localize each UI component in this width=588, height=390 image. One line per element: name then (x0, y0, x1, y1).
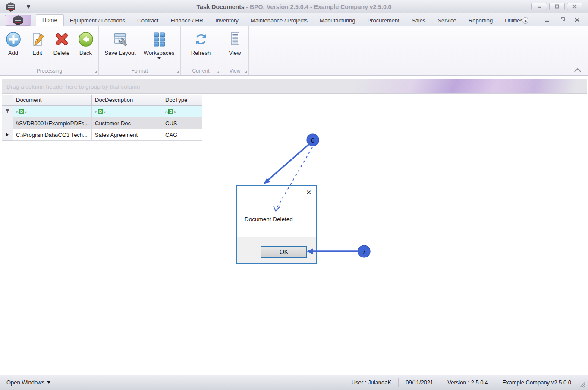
tab-inventory[interactable]: Inventory (209, 15, 244, 26)
status-date: 09/11/2021 (399, 379, 440, 386)
inner-close-icon[interactable] (575, 17, 580, 22)
group-current: Refresh Current (181, 26, 221, 75)
group-format: Save Layout Workspaces Format (99, 26, 181, 75)
tab-scroll-right-icon[interactable] (522, 17, 528, 24)
row-indicator-cell (2, 129, 13, 141)
column-header-document[interactable]: Document (13, 95, 92, 106)
dialog-message: Document Deleted (245, 216, 293, 222)
document-deleted-dialog: ✕ Document Deleted OK (236, 185, 317, 264)
tab-contract[interactable]: Contract (131, 15, 164, 26)
cell-docdescription: Sales Agreement (92, 129, 162, 141)
edit-icon (29, 31, 46, 48)
ribbon-tab-row: Home Equipment / Locations Contract Fina… (0, 13, 588, 26)
close-icon[interactable]: ✕ (306, 189, 311, 197)
delete-button-label: Delete (53, 50, 70, 56)
column-header-docdescription[interactable]: DocDescription (92, 95, 162, 106)
resize-grip-icon[interactable] (579, 381, 586, 388)
tab-service[interactable]: Service (431, 15, 462, 26)
add-button-label: Add (8, 50, 18, 56)
save-layout-button-label: Save Layout (104, 50, 135, 56)
tab-utilities[interactable]: Utilities (499, 15, 523, 26)
open-windows-dropdown[interactable]: Open Windows (6, 379, 50, 386)
tab-home[interactable]: Home (36, 14, 64, 26)
delete-icon (53, 31, 70, 48)
minimize-button[interactable] (531, 3, 547, 10)
tab-finance-hr[interactable]: Finance / HR (164, 15, 209, 26)
edit-button-label: Edit (32, 50, 42, 56)
grid-row-2[interactable]: C:\ProgramData\CO3 Tech... Sales Agreeme… (2, 129, 202, 141)
ribbon: Add Edit Delete (0, 26, 588, 76)
dialog-launcher-icon[interactable] (176, 71, 179, 73)
dropdown-arrow-icon (157, 57, 161, 59)
workspaces-icon (151, 31, 168, 48)
status-version: Version : 2.5.0.4 (440, 379, 495, 386)
grid-header-row: Document DocDescription DocType (2, 95, 202, 106)
group-current-label: Current (181, 67, 221, 74)
back-icon (77, 31, 94, 48)
dialog-launcher-icon[interactable] (217, 71, 219, 73)
group-format-label: Format (99, 67, 180, 74)
refresh-button-label: Refresh (191, 50, 211, 56)
status-bar: Open Windows User : JulandaK 09/11/2021 … (0, 375, 588, 390)
abc-filter-icon: ABc (95, 109, 106, 114)
ok-button[interactable]: OK (261, 246, 307, 258)
status-company: Example Company v2.5.0.0 (495, 379, 578, 386)
maximize-button[interactable] (549, 3, 565, 10)
filter-cell-document[interactable]: ABc (13, 106, 92, 117)
filter-pin-icon[interactable] (2, 106, 13, 117)
tab-reporting[interactable]: Reporting (462, 15, 499, 26)
column-header-doctype[interactable]: DocType (162, 95, 202, 106)
row-indicator-cell (2, 117, 13, 129)
back-button-label: Back (79, 50, 92, 56)
group-view: View View (221, 26, 249, 75)
window-title-secondary: - BPO: Version 2.5.0.4 - Example Company… (246, 3, 391, 10)
grid-row-1[interactable]: \\SVDB0001\ExamplePDFs... Customer Doc C… (2, 117, 202, 129)
grid-filter-row: ABc ABc ABc (2, 106, 202, 117)
view-icon (226, 31, 244, 48)
cell-doctype: CUS (162, 117, 202, 129)
tab-maintenance-projects[interactable]: Maintenance / Projects (245, 15, 314, 26)
abc-filter-icon: ABc (16, 109, 27, 114)
header-indicator-cell (2, 95, 13, 106)
open-windows-caret-icon (47, 381, 50, 384)
inner-restore-icon[interactable] (560, 17, 565, 22)
minimize-icon (537, 4, 542, 9)
add-icon (5, 31, 22, 48)
refresh-icon (192, 31, 210, 48)
view-button-label: View (229, 50, 241, 56)
group-by-panel[interactable]: Drag a column header here to group by th… (2, 79, 587, 94)
save-layout-icon (112, 31, 129, 48)
dialog-launcher-icon[interactable] (94, 71, 97, 73)
app-logo-icon (13, 15, 23, 25)
group-processing: Add Edit Delete (0, 26, 99, 75)
workspaces-button-label: Workspaces (144, 50, 174, 56)
dialog-launcher-icon[interactable] (244, 71, 247, 73)
close-icon (572, 4, 577, 9)
group-processing-label: Processing (0, 67, 98, 74)
filter-cell-doctype[interactable]: ABc (162, 106, 202, 117)
tab-equipment-locations[interactable]: Equipment / Locations (64, 15, 132, 26)
cell-document: \\SVDB0001\ExamplePDFs... (13, 117, 92, 129)
title-bar: Task Documents - BPO: Version 2.5.0.4 - … (0, 0, 588, 13)
main-content: Drag a column header here to group by th… (0, 76, 588, 376)
tab-sales[interactable]: Sales (406, 15, 432, 26)
close-button[interactable] (567, 3, 582, 10)
tab-procurement[interactable]: Procurement (361, 15, 405, 26)
application-button[interactable] (5, 15, 31, 26)
filter-cell-docdescription[interactable]: ABc (92, 106, 162, 117)
abc-filter-icon: ABc (165, 109, 176, 114)
current-row-arrow-icon (6, 133, 9, 136)
inner-minimize-icon[interactable] (545, 17, 550, 22)
window-title-primary: Task Documents (197, 3, 245, 10)
window-title: Task Documents - BPO: Version 2.5.0.4 - … (0, 0, 588, 13)
cell-docdescription: Customer Doc (92, 117, 162, 129)
tab-manufacturing[interactable]: Manufacturing (314, 15, 361, 26)
status-user: User : JulandaK (345, 379, 399, 386)
documents-grid: Document DocDescription DocType ABc ABc … (2, 95, 202, 141)
maximize-icon (554, 4, 560, 9)
cell-document: C:\ProgramData\CO3 Tech... (13, 129, 92, 141)
cell-doctype: CAG (162, 129, 202, 141)
collapse-ribbon-icon[interactable] (574, 67, 582, 73)
